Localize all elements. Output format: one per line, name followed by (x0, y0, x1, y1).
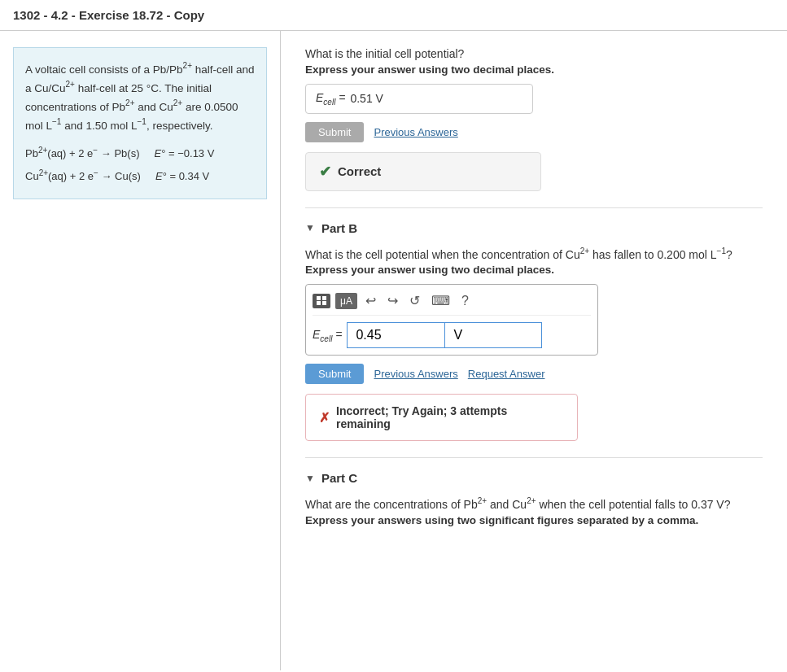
part-b-instruction: Express your answer using two decimal pl… (305, 264, 763, 276)
undo-button[interactable]: ↩ (362, 291, 379, 310)
main-content: What is the initial cell potential? Expr… (281, 31, 787, 670)
equation-1: Pb2+(aq) + 2 e− → Pb(s) E° = −0.13 V (25, 142, 255, 164)
part-a-answer-box: Ecell = 0.51 V (305, 84, 533, 114)
grid-cell-4 (322, 301, 326, 305)
grid-cell-1 (317, 296, 321, 300)
part-a-ecell-label: Ecell = (316, 91, 345, 107)
grid-cell-3 (317, 301, 321, 305)
grid-icon (317, 296, 326, 306)
mu-button[interactable]: μA (335, 293, 357, 309)
part-a-block: What is the initial cell potential? Expr… (305, 47, 763, 191)
part-b-request-answer-link[interactable]: Request Answer (468, 368, 545, 380)
grid-cell-2 (322, 296, 326, 300)
part-c-section: ▼ Part C What are the concentrations of … (305, 457, 763, 526)
part-a-submit-button[interactable]: Submit (305, 122, 364, 142)
part-a-answer-value: 0.51 V (350, 92, 383, 105)
part-b-question: What is the cell potential when the conc… (305, 247, 763, 261)
help-button[interactable]: ? (458, 292, 472, 310)
title-text: 1302 - 4.2 - Exercise 18.72 - Copy (13, 8, 204, 22)
correct-check-icon: ✔ (319, 163, 331, 181)
part-b-toolbar: μA ↩ ↪ ↺ ⌨ ? (313, 291, 591, 316)
reset-button[interactable]: ↺ (406, 291, 423, 310)
part-a-correct-box: ✔ Correct (305, 152, 541, 191)
part-c-header[interactable]: ▼ Part C (305, 471, 763, 485)
equation-block: Pb2+(aq) + 2 e− → Pb(s) E° = −0.13 V Cu2… (25, 142, 255, 187)
part-c-instruction: Express your answers using two significa… (305, 514, 763, 526)
part-c-label: Part C (321, 471, 357, 485)
part-b-header[interactable]: ▼ Part B (305, 221, 763, 235)
part-b-previous-answers-link[interactable]: Previous Answers (374, 368, 457, 380)
part-b-submit-button[interactable]: Submit (305, 364, 364, 384)
part-b-math-input: μA ↩ ↪ ↺ ⌨ ? Ecell = (305, 284, 598, 356)
part-b-ecell-label: Ecell = (313, 328, 342, 343)
keyboard-button[interactable]: ⌨ (428, 291, 453, 310)
part-b-submit-row: Submit Previous Answers Request Answer (305, 364, 763, 384)
part-b-input-row: Ecell = (313, 322, 591, 348)
incorrect-x-icon: ✗ (319, 410, 330, 425)
part-b-value-input[interactable] (347, 322, 444, 348)
sidebar: A voltaic cell consists of a Pb/Pb2+ hal… (0, 31, 281, 670)
part-b-question-block: What is the cell potential when the conc… (305, 247, 763, 442)
redo-button[interactable]: ↪ (384, 291, 401, 310)
part-a-instruction: Express your answer using two decimal pl… (305, 63, 763, 76)
part-b-unit-input[interactable] (444, 322, 542, 348)
equation-2: Cu2+(aq) + 2 e− → Cu(s) E° = 0.34 V (25, 165, 255, 187)
part-c-question-block: What are the concentrations of Pb2+ and … (305, 496, 763, 526)
part-b-section: ▼ Part B What is the cell potential when… (305, 207, 763, 442)
page-title: 1302 - 4.2 - Exercise 18.72 - Copy (0, 0, 787, 31)
problem-text: A voltaic cell consists of a Pb/Pb2+ hal… (25, 59, 255, 134)
part-a-submit-row: Submit Previous Answers (305, 122, 763, 142)
part-a-previous-answers-link[interactable]: Previous Answers (374, 126, 457, 138)
problem-description: A voltaic cell consists of a Pb/Pb2+ hal… (13, 47, 267, 199)
part-c-arrow-icon: ▼ (305, 473, 315, 484)
part-c-question: What are the concentrations of Pb2+ and … (305, 496, 763, 511)
correct-label: Correct (338, 164, 381, 178)
grid-icon-button[interactable] (313, 294, 330, 308)
part-b-incorrect-box: ✗ Incorrect; Try Again; 3 attempts remai… (305, 394, 578, 441)
part-a-question: What is the initial cell potential? (305, 47, 763, 60)
part-b-arrow-icon: ▼ (305, 222, 315, 233)
incorrect-label: Incorrect; Try Again; 3 attempts remaini… (336, 404, 564, 430)
part-b-label: Part B (321, 221, 357, 235)
